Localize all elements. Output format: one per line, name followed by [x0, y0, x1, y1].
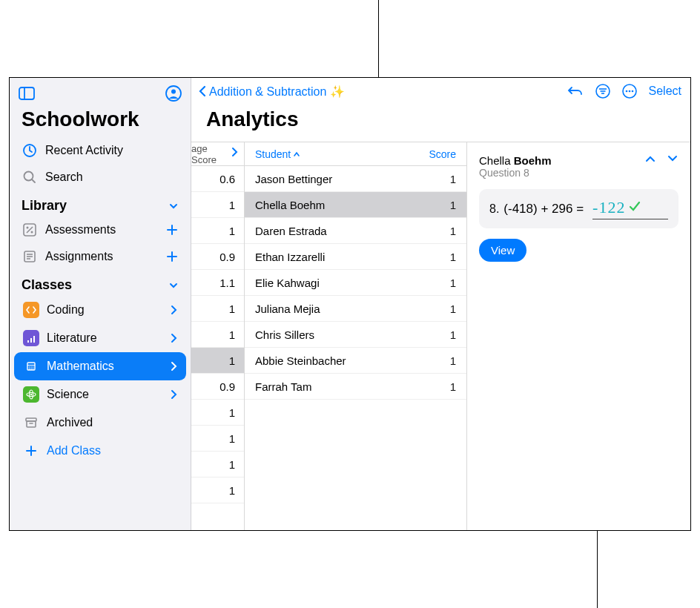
back-label: Addition & Subtraction ✨	[209, 85, 345, 99]
class-icon	[23, 358, 39, 374]
svg-point-38	[628, 90, 630, 93]
classes-section-label: Classes	[22, 277, 72, 293]
account-icon[interactable]	[165, 85, 182, 102]
avg-score-row[interactable]: 1	[191, 452, 244, 478]
plus-icon[interactable]	[165, 250, 179, 263]
detail-column: Chella Boehm Question 8 8.	[467, 142, 690, 530]
student-name: Abbie Steinbacher	[255, 354, 346, 367]
chevron-down-icon[interactable]	[667, 154, 678, 163]
student-row[interactable]: Farrah Tam1	[245, 374, 466, 400]
chevron-down-icon	[168, 280, 179, 291]
avg-score-row[interactable]: 1	[191, 400, 244, 426]
student-score: 1	[450, 328, 456, 341]
page-title: Analytics	[191, 102, 690, 142]
library-assessments[interactable]: Assessments	[10, 217, 191, 243]
library-assignments-label: Assignments	[45, 250, 113, 263]
chevron-right-icon[interactable]	[231, 147, 238, 160]
percent-icon	[22, 222, 38, 238]
svg-point-23	[29, 369, 30, 370]
question-text: (-418) + 296 =	[503, 202, 584, 217]
class-label: Literature	[47, 331, 97, 345]
svg-point-24	[30, 369, 32, 370]
undo-icon[interactable]	[567, 85, 584, 98]
student-score: 1	[450, 277, 456, 289]
chevron-up-icon[interactable]	[644, 154, 656, 163]
select-button[interactable]: Select	[649, 85, 681, 98]
student-row[interactable]: Daren Estrada1	[245, 218, 466, 244]
student-row[interactable]: Chris Sillers1	[245, 322, 466, 348]
svg-point-39	[631, 90, 633, 93]
avg-score-row[interactable]: 1.1	[191, 270, 244, 296]
chevron-right-icon	[170, 389, 177, 400]
nav-recent-label: Recent Activity	[45, 144, 123, 157]
class-item-science[interactable]: Science	[14, 380, 186, 409]
svg-line-6	[32, 179, 35, 182]
student-name: Daren Estrada	[255, 225, 327, 237]
class-item-literature[interactable]: Literature	[14, 324, 186, 352]
assignments-icon	[22, 248, 38, 265]
avg-score-row[interactable]: 0.9	[191, 374, 244, 400]
library-section-label: Library	[22, 198, 67, 214]
class-item-mathematics[interactable]: Mathematics	[14, 352, 186, 380]
avg-score-row[interactable]: 1	[191, 296, 244, 322]
svg-point-8	[27, 227, 29, 229]
student-score: 1	[450, 380, 456, 393]
student-row[interactable]: Juliana Mejia1	[245, 296, 466, 322]
avg-score-row[interactable]: 1	[191, 348, 244, 374]
filter-icon[interactable]	[595, 84, 610, 99]
students-column: Student Score Jason Bettinger1Chella Boe…	[245, 142, 467, 530]
archived-label: Archived	[47, 416, 93, 429]
nav-search-label: Search	[45, 171, 83, 184]
classes-section-header[interactable]: Classes	[10, 270, 191, 296]
student-row[interactable]: Chella Boehm1	[245, 192, 466, 218]
chevron-down-icon	[168, 201, 179, 211]
student-score: 1	[450, 173, 456, 185]
avg-score-row[interactable]: 1	[191, 478, 244, 503]
library-section-header[interactable]: Library	[10, 191, 191, 217]
chevron-right-icon	[170, 305, 177, 315]
student-row[interactable]: Elie Kahwagi1	[245, 270, 466, 296]
student-answer: -122	[592, 198, 625, 217]
avg-score-row[interactable]: 0.6	[191, 166, 244, 192]
library-assignments[interactable]: Assignments	[10, 243, 191, 270]
avg-score-row[interactable]: 1	[191, 322, 244, 348]
class-icon	[23, 386, 39, 403]
student-row[interactable]: Ethan Izzarelli1	[245, 244, 466, 270]
avg-score-row[interactable]: 0.9	[191, 244, 244, 270]
svg-rect-0	[19, 87, 34, 99]
student-score: 1	[450, 225, 456, 237]
svg-point-25	[33, 369, 34, 370]
student-score: 1	[450, 354, 456, 367]
avg-score-row[interactable]: 1	[191, 192, 244, 218]
avg-score-row[interactable]: 1	[191, 426, 244, 452]
svg-rect-17	[33, 336, 35, 343]
sidebar: Schoolwork Recent Activity Search Librar…	[10, 78, 191, 530]
archived-item[interactable]: Archived	[14, 409, 186, 437]
svg-point-9	[31, 231, 33, 234]
sidebar-toggle-icon[interactable]	[19, 87, 35, 100]
student-score: 1	[450, 251, 456, 263]
app-title: Schoolwork	[10, 106, 191, 137]
app-window: Schoolwork Recent Activity Search Librar…	[9, 77, 691, 531]
nav-search[interactable]: Search	[10, 164, 191, 191]
svg-point-28	[30, 394, 32, 395]
avg-score-row[interactable]: 1	[191, 218, 244, 244]
detail-question-label: Question 8	[479, 167, 552, 179]
plus-icon[interactable]	[165, 223, 179, 237]
more-icon[interactable]	[622, 84, 637, 99]
class-label: Mathematics	[47, 360, 114, 373]
view-button[interactable]: View	[479, 239, 526, 262]
student-name: Ethan Izzarelli	[255, 251, 325, 263]
class-label: Science	[47, 388, 89, 401]
nav-recent-activity[interactable]: Recent Activity	[10, 137, 191, 164]
add-class-button[interactable]: Add Class	[14, 437, 186, 465]
question-card: 8. (-418) + 296 = -122	[479, 189, 678, 228]
student-score-header[interactable]: Score	[429, 148, 456, 160]
back-button[interactable]: Addition & Subtraction ✨	[197, 85, 345, 99]
student-row[interactable]: Abbie Steinbacher1	[245, 348, 466, 374]
student-row[interactable]: Jason Bettinger1	[245, 166, 466, 192]
student-name: Chella Boehm	[255, 199, 325, 211]
class-icon	[23, 302, 39, 318]
class-item-coding[interactable]: Coding	[14, 296, 186, 324]
student-sort-header[interactable]: Student	[255, 148, 300, 160]
